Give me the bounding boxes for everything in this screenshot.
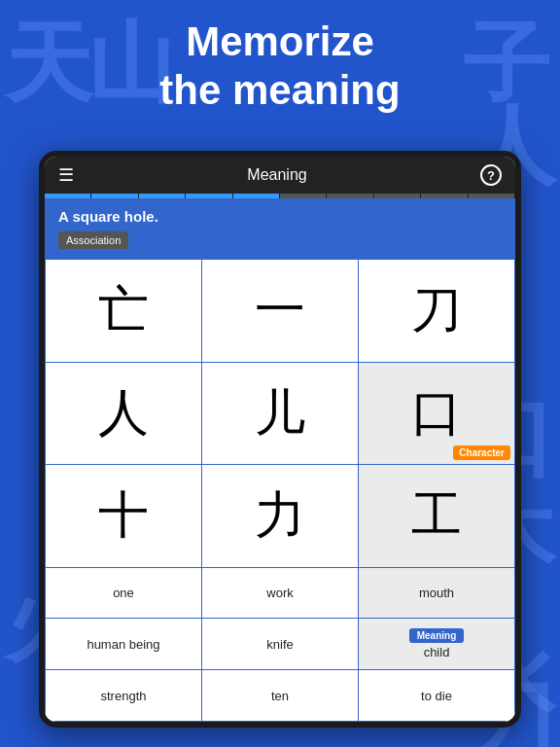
character-badge: Character <box>453 445 510 460</box>
char-cell-0-1[interactable]: 一 <box>202 260 359 363</box>
label-text-1-0: human being <box>87 637 159 652</box>
label-cell-0-0[interactable]: one <box>46 568 202 620</box>
char-cell-0-0[interactable]: 亡 <box>46 260 202 363</box>
menu-icon[interactable]: ☰ <box>58 164 74 186</box>
char-cell-1-2[interactable]: 口 Character <box>359 363 515 466</box>
header-line1: Memorize <box>0 18 560 66</box>
help-button[interactable]: ? <box>480 164 502 186</box>
label-text-0-1: work <box>266 586 293 600</box>
device-screen: ☰ Meaning ? A square hole. Association <box>45 157 515 722</box>
char-cell-2-2[interactable]: 工 <box>359 465 515 568</box>
label-text-2-2: to die <box>421 689 452 703</box>
label-cell-0-1[interactable]: work <box>202 568 359 620</box>
label-text-2-0: strength <box>101 689 147 703</box>
grid-container: 亡 一 刀 人 儿 口 Character 十 力 工 one <box>45 259 515 722</box>
association-badge: Association <box>58 231 128 249</box>
label-text-1-2: child <box>424 645 450 659</box>
label-cell-1-2[interactable]: Meaning child <box>359 619 515 670</box>
label-cell-1-0[interactable]: human being <box>46 619 202 670</box>
label-cell-2-0[interactable]: strength <box>46 670 202 722</box>
device-frame: ☰ Meaning ? A square hole. Association <box>39 151 521 728</box>
label-cell-2-2[interactable]: to die <box>359 670 515 722</box>
label-grid: one work mouth human being knife Meaning <box>45 568 515 722</box>
page-header: Memorize the meaning <box>0 0 560 116</box>
description-area: A square hole. Association <box>45 198 515 259</box>
meaning-badge: Meaning <box>409 628 465 643</box>
char-cell-1-1[interactable]: 儿 <box>202 363 359 466</box>
label-cell-1-1[interactable]: knife <box>202 619 359 670</box>
label-text-0-0: one <box>113 586 134 600</box>
char-cell-1-0[interactable]: 人 <box>46 363 202 466</box>
char-cell-2-1[interactable]: 力 <box>202 465 359 568</box>
description-text: A square hole. <box>58 208 502 225</box>
label-text-2-1: ten <box>271 689 289 703</box>
char-cell-0-2[interactable]: 刀 <box>359 260 515 363</box>
char-cell-2-0[interactable]: 十 <box>46 465 202 568</box>
label-text-0-2: mouth <box>419 586 454 600</box>
header-line2: the meaning <box>0 66 560 115</box>
label-text-1-1: knife <box>266 637 293 652</box>
app-toolbar: ☰ Meaning ? <box>45 157 515 194</box>
label-cell-0-2[interactable]: mouth <box>359 568 515 620</box>
toolbar-title: Meaning <box>247 166 306 184</box>
label-cell-2-1[interactable]: ten <box>202 670 359 722</box>
char-grid: 亡 一 刀 人 儿 口 Character 十 力 工 <box>45 259 515 568</box>
